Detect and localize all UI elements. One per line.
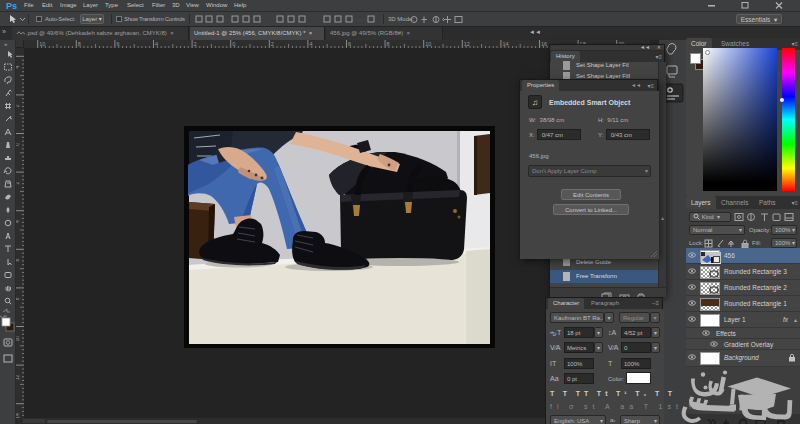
- svg-text:0: 0: [16, 143, 20, 146]
- svg-text:2: 2: [16, 104, 20, 107]
- svg-text:14: 14: [502, 41, 508, 47]
- svg-text:4: 4: [16, 220, 20, 223]
- svg-text:12: 12: [464, 41, 470, 47]
- svg-text:0: 0: [232, 41, 235, 47]
- svg-text:2: 2: [194, 41, 197, 47]
- svg-text:10: 10: [39, 41, 45, 47]
- svg-text:6: 6: [348, 41, 351, 47]
- svg-text:6: 6: [116, 41, 119, 47]
- svg-text:»: »: [4, 41, 8, 47]
- svg-text:10: 10: [425, 41, 431, 47]
- svg-text:16: 16: [541, 41, 547, 47]
- svg-text:8: 8: [387, 41, 390, 47]
- svg-text:12: 12: [16, 374, 20, 380]
- svg-text:2: 2: [16, 181, 20, 184]
- svg-text:4: 4: [309, 41, 312, 47]
- svg-text:6: 6: [16, 259, 20, 262]
- svg-text:4: 4: [16, 66, 20, 69]
- svg-text:8: 8: [16, 297, 20, 300]
- svg-text:8: 8: [78, 41, 81, 47]
- svg-text:10: 10: [16, 336, 20, 342]
- svg-text:4: 4: [155, 41, 158, 47]
- svg-text:2: 2: [271, 41, 274, 47]
